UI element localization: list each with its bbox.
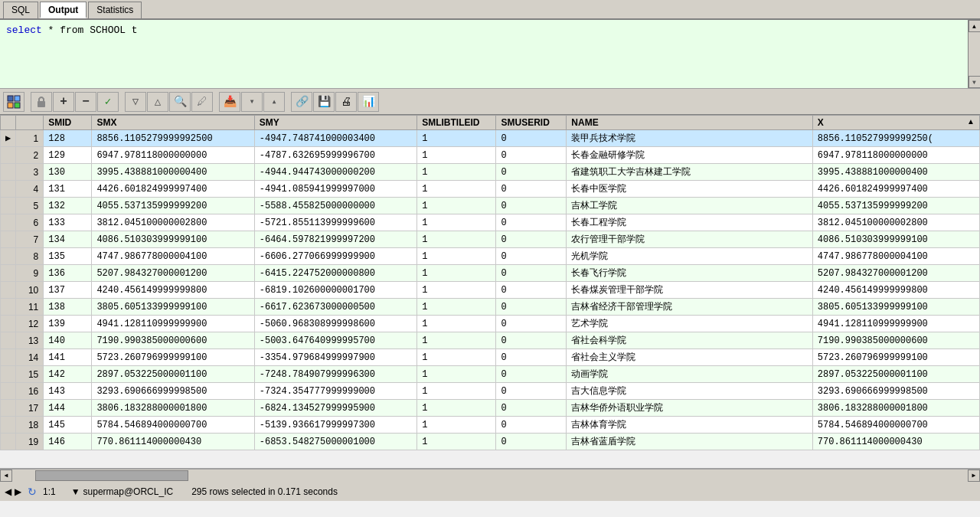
cell-smid: 145 xyxy=(44,417,92,434)
row-number: 11 xyxy=(16,299,44,316)
cell-smy: -5003.647640999995700 xyxy=(254,332,416,349)
table-row[interactable]: 91365207.984327000001200-6415.2247520000… xyxy=(1,265,980,282)
table-row[interactable]: 21296947.978118000000000-4787.6326959999… xyxy=(1,147,980,164)
svg-rect-2 xyxy=(8,103,13,108)
nav-icon-left[interactable]: ◀ xyxy=(5,486,11,497)
col-smx[interactable]: SMX xyxy=(92,116,254,130)
clear-button[interactable]: 🖊 xyxy=(191,92,213,112)
hscroll-left-btn[interactable]: ◀ xyxy=(0,470,12,482)
cell-smlibtileid: 1 xyxy=(417,366,496,383)
cell-smlibtileid: 1 xyxy=(417,130,496,147)
col-indicator xyxy=(1,116,16,130)
tab-output[interactable]: Output xyxy=(40,2,87,18)
search-button[interactable]: 🔍 xyxy=(169,92,191,112)
nav-icon-right[interactable]: ▶ xyxy=(15,486,21,497)
row-pointer xyxy=(1,366,16,383)
spin-icon: ↻ xyxy=(28,486,37,498)
cell-name: 长春金融研修学院 xyxy=(567,147,812,164)
table-row[interactable]: 141415723.260796999999100-3354.979684999… xyxy=(1,349,980,366)
lock-button[interactable] xyxy=(31,92,52,112)
filter-down-button[interactable]: ▽ xyxy=(125,92,146,112)
cell-smlibtileid: 1 xyxy=(417,265,496,282)
table-row[interactable]: 41314426.601824999997400-4941.0859419999… xyxy=(1,181,980,198)
import-button[interactable]: 📥 xyxy=(219,92,240,112)
col-smuserid[interactable]: SMUSERID xyxy=(496,116,567,130)
cell-smx: 5723.260796999999100 xyxy=(92,349,254,366)
cell-smid: 138 xyxy=(44,299,92,316)
scroll-up-btn[interactable]: ▲ xyxy=(969,20,981,32)
table-row[interactable]: ▶11288856.110527999999250​0-4947.7487410… xyxy=(1,130,980,147)
cell-smuserid: 0 xyxy=(496,417,567,434)
cell-smy: -6853.548275000001000 xyxy=(254,434,416,450)
connect-button[interactable]: 🔗 xyxy=(291,92,312,112)
table-row[interactable]: 121394941.128110999999900-5060.968308999… xyxy=(1,316,980,332)
cell-smx: 3806.183288000001800 xyxy=(92,400,254,417)
hscroll-track[interactable] xyxy=(12,470,968,482)
export-up-button[interactable]: ▴ xyxy=(263,92,285,112)
table-row[interactable]: 101374240.456149999999800-6819.102600000… xyxy=(1,282,980,299)
data-grid-container[interactable]: SMID SMX SMY SMLIBTILEID SMUSERID NAME X… xyxy=(0,115,980,469)
cell-x: 4086.5103039999991​00 xyxy=(812,231,979,248)
filter-up-icon: △ xyxy=(155,95,161,108)
cell-x: 3806.1832880000018​00 xyxy=(812,400,979,417)
cell-smuserid: 0 xyxy=(496,299,567,316)
col-name[interactable]: NAME xyxy=(567,116,812,130)
filter-up-button[interactable]: △ xyxy=(147,92,168,112)
cell-smlibtileid: 1 xyxy=(417,248,496,265)
table-row[interactable]: 19146770.861114000000430-6853.5482750000… xyxy=(1,434,980,450)
table-row[interactable]: 161433293.690666999998500-7324.354777999… xyxy=(1,383,980,400)
cell-name: 省社会主义学院 xyxy=(567,349,812,366)
data-table: SMID SMX SMY SMLIBTILEID SMUSERID NAME X… xyxy=(0,115,980,450)
position-value: 1:1 xyxy=(43,486,56,497)
row-pointer xyxy=(1,164,16,181)
hscroll-bar[interactable]: ◀ ▶ xyxy=(0,469,980,481)
scroll-down-btn[interactable]: ▼ xyxy=(969,76,981,88)
col-smid[interactable]: SMID xyxy=(44,116,92,130)
row-number: 12 xyxy=(16,316,44,332)
sql-editor[interactable]: select * from SCHOOL t ▲ ▼ xyxy=(0,20,980,89)
cell-smlibtileid: 1 xyxy=(417,417,496,434)
hscroll-thumb[interactable] xyxy=(35,470,188,481)
table-row[interactable]: 61333812.045100000002800-5721.8551139999… xyxy=(1,214,980,231)
search-icon: 🔍 xyxy=(174,95,187,108)
cell-smid: 131 xyxy=(44,181,92,198)
col-smy[interactable]: SMY xyxy=(254,116,416,130)
tab-statistics[interactable]: Statistics xyxy=(88,2,142,18)
table-row[interactable]: 171443806.183288000001800-6824.134527999… xyxy=(1,400,980,417)
save-button[interactable]: 💾 xyxy=(313,92,335,112)
row-pointer xyxy=(1,231,16,248)
table-row[interactable]: 31303995.438881000000400-4944.9447430000… xyxy=(1,164,980,181)
cell-smy: -4787.632695999996700 xyxy=(254,147,416,164)
cell-smuserid: 0 xyxy=(496,383,567,400)
confirm-button[interactable]: ✓ xyxy=(97,92,119,112)
dropdown-arrow[interactable]: ▼ xyxy=(71,486,80,497)
col-smlibtileid[interactable]: SMLIBTILEID xyxy=(417,116,496,130)
row-pointer xyxy=(1,198,16,214)
grid-view-button[interactable] xyxy=(3,92,24,112)
table-row[interactable]: 81354747.986778000004100-6606.2770669999… xyxy=(1,248,980,265)
table-row[interactable]: 111383805.605133999999100-6617.623673000… xyxy=(1,299,980,316)
row-pointer xyxy=(1,316,16,332)
cell-smx: 6947.978118000000000 xyxy=(92,147,254,164)
export-down-button[interactable]: ▾ xyxy=(241,92,263,112)
hscroll-right-btn[interactable]: ▶ xyxy=(968,470,980,482)
table-row[interactable]: 51324055.537135999999200-5588.4558250000… xyxy=(1,198,980,214)
tab-sql[interactable]: SQL xyxy=(3,2,38,18)
table-row[interactable]: 71344086.510303999999100-6464.5978219999… xyxy=(1,231,980,248)
message-text: 295 rows selected in 0.171 seconds xyxy=(191,486,338,497)
col-x[interactable]: X ▲ xyxy=(812,116,979,130)
table-row[interactable]: 131407190.990385000000600-5003.647640999… xyxy=(1,332,980,349)
row-pointer xyxy=(1,299,16,316)
print-button[interactable]: 🖨 xyxy=(335,92,357,112)
row-pointer xyxy=(1,147,16,164)
nav-controls[interactable]: ◀ ▶ xyxy=(5,486,21,497)
chart-button[interactable]: 📊 xyxy=(358,92,379,112)
add-row-button[interactable]: + xyxy=(53,92,74,112)
cell-name: 吉林华侨外语职业学院 xyxy=(567,400,812,417)
cell-x: 3293.6906669999985​00 xyxy=(812,383,979,400)
table-row[interactable]: 151422897.053225000001100-7248.784907999… xyxy=(1,366,980,383)
row-number: 10 xyxy=(16,282,44,299)
cell-smid: 142 xyxy=(44,366,92,383)
table-row[interactable]: 181455784.546894000000700-5139.936617999… xyxy=(1,417,980,434)
delete-row-button[interactable]: − xyxy=(75,92,96,112)
